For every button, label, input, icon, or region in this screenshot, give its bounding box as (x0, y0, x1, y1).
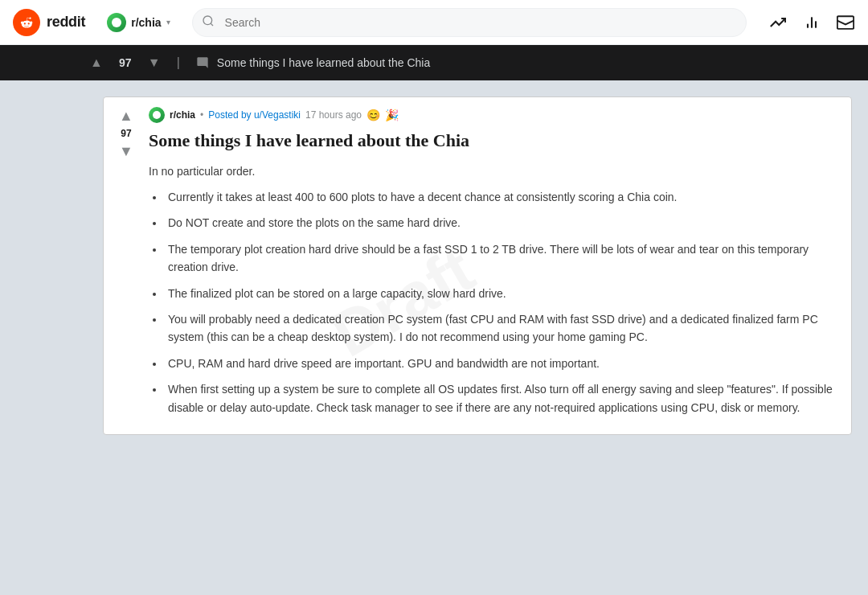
post-title: Some things I have learned about the Chi… (149, 129, 838, 153)
bullet-item-1: Currently it takes at least 400 to 600 p… (165, 188, 838, 206)
post-author-label: Posted by u/Vegastiki (208, 109, 301, 121)
bullet-item-3: The temporary plot creation hard drive s… (165, 240, 838, 277)
award-1: 😊 (366, 109, 380, 121)
trending-icon[interactable] (768, 13, 788, 32)
main-content: ▲ 97 ▼ r/chia • Posted by u/Vegastiki 17… (0, 80, 868, 595)
search-bar (192, 8, 747, 37)
posted-by-text: Posted by (208, 109, 251, 121)
subreddit-icon (107, 13, 126, 32)
post-subreddit[interactable]: r/chia (170, 109, 195, 121)
sidebar-left (0, 96, 87, 595)
inbox-icon[interactable] (836, 13, 855, 32)
bullet-item-6: CPU, RAM and hard drive speed are import… (165, 355, 838, 372)
svg-point-1 (203, 16, 212, 25)
comment-icon-wrap (196, 56, 209, 69)
post-meta: r/chia • Posted by u/Vegastiki 17 hours … (149, 107, 838, 123)
reddit-text-logo: reddit (47, 14, 85, 31)
secondary-upvote-button[interactable]: ▲ (87, 52, 106, 73)
top-navigation: reddit r/chia ▾ (0, 0, 868, 45)
svg-line-2 (211, 23, 213, 26)
vote-count: 97 (121, 128, 131, 139)
downvote-button[interactable]: ▼ (117, 142, 135, 160)
separator: | (177, 55, 180, 70)
search-input[interactable] (192, 8, 747, 37)
post-time: 17 hours ago (305, 109, 362, 121)
post-body: In no particular order. Currently it tak… (149, 162, 838, 416)
secondary-downvote-button[interactable]: ▼ (145, 52, 164, 73)
post-card: ▲ 97 ▼ r/chia • Posted by u/Vegastiki 17… (103, 96, 852, 435)
meta-dot: • (200, 109, 203, 121)
secondary-post-title: Some things I have learned about the Chi… (217, 56, 430, 69)
bullet-item-2: Do NOT create and store the plots on the… (165, 214, 838, 232)
post-bullet-list: Currently it takes at least 400 to 600 p… (149, 188, 838, 416)
post-content-area: r/chia • Posted by u/Vegastiki 17 hours … (142, 104, 845, 428)
vote-column: ▲ 97 ▼ (110, 104, 142, 428)
bullet-item-4: The finalized plot can be stored on a la… (165, 285, 838, 302)
post-wrapper: ▲ 97 ▼ r/chia • Posted by u/Vegastiki 17… (87, 96, 868, 595)
subreddit-selector[interactable]: r/chia ▾ (98, 9, 178, 36)
bullet-item-5: You will probably need a dedicated creat… (165, 310, 838, 347)
subreddit-name: r/chia (131, 16, 161, 29)
award-2: 🎉 (385, 109, 399, 121)
secondary-bar: ▲ 97 ▼ | Some things I have learned abou… (0, 45, 868, 80)
chevron-down-icon: ▾ (166, 18, 170, 27)
chart-icon[interactable] (802, 13, 821, 32)
reddit-logo-icon (13, 9, 40, 36)
subreddit-small-icon (149, 107, 165, 123)
upvote-button[interactable]: ▲ (117, 107, 135, 125)
reddit-logo[interactable]: reddit (13, 9, 85, 36)
post-intro: In no particular order. (149, 162, 838, 180)
author-link[interactable]: u/Vegastiki (254, 109, 301, 121)
bullet-item-7: When first setting up a system be sure t… (165, 380, 838, 416)
secondary-vote-count: 97 (114, 56, 137, 69)
search-icon (202, 14, 215, 31)
nav-icon-group (768, 13, 855, 32)
